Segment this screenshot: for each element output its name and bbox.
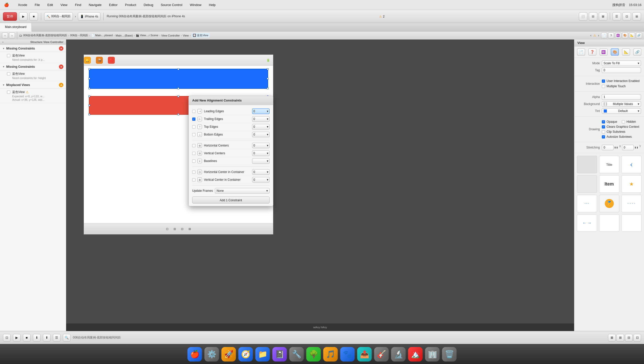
bottom-btn-6[interactable]: ☰ (53, 334, 60, 341)
breadcrumb-6[interactable]: View Controller (161, 34, 180, 37)
chevron-left-nav[interactable]: ‹ (589, 34, 592, 37)
breadcrumb-7[interactable]: View (183, 34, 189, 37)
preview-blank-2[interactable] (577, 175, 597, 193)
add-constraint-button[interactable]: Add 1 Constraint (192, 197, 270, 204)
size-class-4[interactable]: ⊡ (634, 334, 641, 341)
forward-button[interactable]: › (9, 33, 15, 39)
size-tab[interactable]: 📐 (622, 49, 630, 56)
preview-dots-cell[interactable]: ··· (577, 195, 597, 212)
debug-toggle[interactable]: ⊡ (622, 12, 631, 21)
nav-item-missing-1[interactable]: 蓝色View Need constraints for: X p... (0, 52, 66, 63)
missing-constraints-section-1[interactable]: ▼ Missing Constraints ✕ (0, 45, 66, 52)
bottom-btn-4[interactable]: ⬇ (33, 334, 40, 341)
dock-paw[interactable]: 🐾 (340, 347, 355, 361)
update-frames-select[interactable]: None ▾ (215, 188, 270, 194)
mode-select[interactable]: Scale To Fill ▾ (602, 61, 641, 66)
hcenter-container-value[interactable]: 0 ▾ (252, 169, 270, 175)
chevron-right-nav[interactable]: › (597, 34, 600, 37)
bottom-value[interactable]: 0 ▾ (252, 132, 270, 137)
missing-constraints-section-2[interactable]: ▼ Missing Constraints ✕ (0, 63, 66, 70)
bottom-checkbox[interactable] (192, 133, 196, 136)
stop-button[interactable]: 暂停 (3, 12, 17, 21)
x-field[interactable]: 0 (602, 145, 614, 150)
checkbox-2[interactable] (7, 72, 10, 76)
menu-navigate[interactable]: Navigate (87, 3, 103, 7)
multiple-touch-checkbox[interactable] (602, 85, 605, 88)
dock-sysprefs[interactable]: ⚙️ (204, 347, 219, 361)
menu-help[interactable]: Help (208, 3, 217, 7)
dock-creative[interactable]: 🏔️ (408, 347, 422, 361)
dock-files[interactable]: 📁 (255, 347, 270, 361)
file-inspector-tab[interactable]: 📄 (577, 49, 585, 56)
canvas-tool-1[interactable]: ⊡ (166, 227, 168, 231)
nav-item-missing-2[interactable]: 蓝色View Need constraints for: height (0, 70, 66, 81)
stop-square-button[interactable]: ■ (30, 12, 38, 21)
size-inspector-btn[interactable]: 📐 (629, 33, 635, 39)
menu-file[interactable]: File (33, 3, 42, 7)
tag-field[interactable]: 0 (602, 68, 641, 73)
menu-product[interactable]: Product (124, 3, 138, 7)
hidden-checkbox[interactable] (622, 120, 625, 123)
nav-back-icon[interactable]: ‹ (2, 41, 4, 44)
leading-value[interactable]: 0 ▾ (252, 108, 270, 114)
dock-sourcetree[interactable]: 🌳 (306, 347, 321, 361)
dock-finder[interactable]: 🍎 (188, 347, 202, 361)
identity-tab[interactable]: 🆔 (600, 49, 608, 56)
menu-xcode[interactable]: Xcode (16, 3, 29, 7)
editor-assistant-button[interactable]: ⊟ (589, 12, 597, 21)
bottom-btn-3[interactable]: ■ (23, 334, 30, 341)
dock-terminal[interactable]: 🔧 (289, 347, 304, 361)
editor-version-button[interactable]: ⊠ (599, 12, 607, 21)
bottom-btn-5[interactable]: ⬆ (43, 334, 50, 341)
menu-debug[interactable]: Debug (142, 3, 155, 7)
attributes-inspector-btn[interactable]: 🎨 (622, 33, 628, 39)
scheme-selector[interactable]: 🔨 006自···相同距 (44, 12, 73, 21)
hcenter-container-checkbox[interactable] (192, 170, 196, 174)
vcenter-value[interactable]: 0 ▾ (252, 150, 270, 156)
menu-view[interactable]: View (59, 3, 69, 7)
clears-graphics-checkbox[interactable] (602, 125, 605, 128)
checkbox-1[interactable] (7, 54, 10, 57)
autosize-checkbox[interactable] (602, 135, 605, 138)
misplaced-views-section[interactable]: ▼ Misplaced Views ⚠ (0, 81, 66, 89)
menu-find[interactable]: Find (74, 3, 82, 7)
vcenter-checkbox[interactable] (192, 152, 196, 155)
preview-item-cell[interactable]: Item (599, 175, 619, 193)
menu-edit[interactable]: Edit (46, 3, 54, 7)
trailing-checkbox[interactable] (192, 117, 196, 121)
preview-star-cell[interactable]: ★ (621, 175, 642, 193)
preview-arrow-cell[interactable]: ← → (577, 214, 597, 232)
editor-standard-button[interactable]: ⬜ (579, 12, 587, 21)
attributes-tab[interactable]: 🎨 (611, 49, 619, 56)
size-class-3[interactable]: ⊟ (625, 334, 632, 341)
clip-subviews-checkbox[interactable] (602, 130, 605, 133)
preview-dots2-cell[interactable]: · · · · (621, 195, 642, 212)
blue-view[interactable] (89, 69, 268, 89)
hcenter-value[interactable]: 0 ▾ (252, 143, 270, 148)
connections-tab[interactable]: 🔗 (633, 49, 641, 56)
navigator-toggle[interactable]: ☰ (612, 12, 621, 21)
preview-badge-cell[interactable]: 🏅 (599, 195, 619, 212)
canvas-tool-4[interactable]: ⊠ (188, 227, 191, 231)
bottom-btn-7[interactable]: 🔍 (63, 334, 70, 341)
alpha-field[interactable]: 1 (602, 94, 641, 100)
bottom-btn-2[interactable]: ▶ (13, 334, 20, 341)
dock-enterprise[interactable]: 🏢 (425, 347, 440, 361)
dock-safari[interactable]: 🧭 (238, 347, 253, 361)
menu-editor[interactable]: Editor (108, 3, 119, 7)
dock-filezilla[interactable]: 📤 (357, 347, 372, 361)
breadcrumb-1[interactable]: 006自动布局案例-底部按钮相同间距 (23, 34, 67, 37)
canvas-tool-2[interactable]: ⊞ (174, 227, 176, 231)
quick-help-tab[interactable]: ❓ (588, 49, 596, 56)
device-selector[interactable]: 📱 iPhone 4s (78, 12, 100, 21)
checkbox-3[interactable] (7, 91, 10, 94)
dock-onenote[interactable]: 📓 (272, 347, 287, 361)
opaque-checkbox[interactable] (602, 120, 605, 123)
top-value[interactable]: 0 ▾ (252, 124, 270, 129)
back-button[interactable]: ‹ (2, 33, 8, 39)
baselines-checkbox[interactable] (192, 159, 196, 163)
size-class-1[interactable]: ⊠ (608, 334, 616, 341)
y-stepper[interactable]: ⬆⬇ (634, 146, 638, 149)
dock-musician[interactable]: 🎸 (374, 347, 389, 361)
top-checkbox[interactable] (192, 125, 196, 128)
